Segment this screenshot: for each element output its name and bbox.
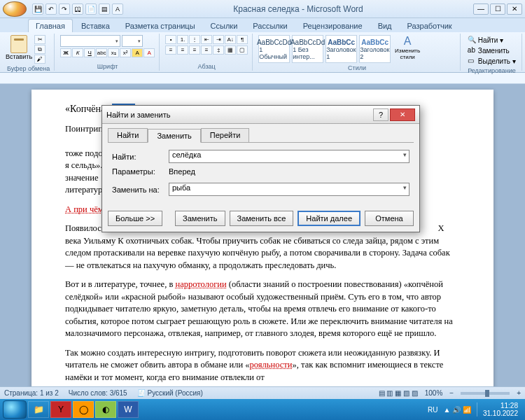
dialog-tab-goto[interactable]: Перейти (201, 128, 250, 142)
style-heading2[interactable]: AaBbCcЗаголовок 2 (359, 35, 391, 63)
change-styles-button[interactable]: A Изменить стили (393, 35, 422, 60)
office-button[interactable] (3, 1, 27, 17)
bold-button[interactable]: Ж (60, 48, 71, 57)
paste-label: Вставить (6, 53, 32, 60)
numbering-button[interactable]: 1. (177, 35, 188, 44)
window-title: Красная селедка - Microsoft Word (123, 4, 473, 14)
zoom-level[interactable]: 100% (425, 389, 443, 397)
bullets-button[interactable]: • (165, 35, 176, 44)
qat-item-4[interactable]: 🕮 (72, 4, 83, 15)
tab-references[interactable]: Ссылки (204, 20, 245, 32)
task-icon-word[interactable]: W (118, 401, 139, 418)
tray-lang[interactable]: RU (428, 406, 438, 414)
style-no-spacing[interactable]: AaBbCcDd1 Без интер... (292, 35, 323, 63)
qat-save[interactable]: 💾 (32, 4, 43, 15)
task-icon-explorer[interactable]: 📁 (28, 401, 49, 418)
indent-dec-button[interactable]: ⇤ (201, 35, 212, 44)
replace-button[interactable]: abЗаменить (466, 46, 517, 55)
params-value: Вперед (169, 167, 195, 176)
align-left-button[interactable]: ≡ (165, 46, 176, 55)
dialog-title-bar[interactable]: Найти и заменить ? ✕ (102, 106, 419, 124)
copy-button[interactable]: ⧉ (34, 45, 46, 54)
replace-all-button[interactable]: Заменить все (230, 211, 294, 226)
find-input[interactable]: селёдка (169, 150, 410, 163)
font-size-combo[interactable] (122, 35, 143, 47)
view-buttons[interactable]: ▤ ▥ ▦ ▧ ▨ (379, 389, 418, 397)
find-button[interactable]: 🔍Найти ▾ (466, 35, 517, 45)
task-icon-browser[interactable]: Y (50, 401, 71, 418)
maximize-button[interactable]: ☐ (490, 4, 505, 15)
zoom-slider[interactable] (461, 392, 510, 395)
tab-home[interactable]: Главная (28, 19, 73, 32)
minimize-button[interactable]: — (473, 4, 489, 15)
dialog-help-button[interactable]: ? (373, 108, 388, 121)
tab-page-layout[interactable]: Разметка страницы (118, 20, 202, 32)
qat-redo[interactable]: ↷ (59, 4, 70, 15)
select-button[interactable]: ▭Выделить ▾ (466, 56, 517, 66)
font-name-combo[interactable] (60, 35, 120, 47)
horizontal-ruler[interactable] (0, 73, 525, 84)
strike-button[interactable]: abc (96, 48, 107, 57)
borders-button[interactable]: ▢ (237, 46, 248, 55)
replace-input[interactable]: рыба (169, 183, 410, 196)
dialog-tab-replace[interactable]: Заменить (148, 129, 200, 143)
paste-icon (10, 35, 27, 53)
align-center-button[interactable]: ≡ (177, 46, 188, 55)
dialog-close-button[interactable]: ✕ (390, 108, 415, 121)
qat-undo[interactable]: ↶ (46, 4, 57, 15)
highlight-button[interactable]: A (132, 48, 143, 57)
align-right-button[interactable]: ≡ (189, 46, 200, 55)
group-editing: 🔍Найти ▾ abЗаменить ▭Выделить ▾ Редактир… (462, 34, 522, 71)
tab-developer[interactable]: Разработчик (400, 20, 459, 32)
italic-button[interactable]: К (72, 48, 83, 57)
tray-clock[interactable]: 11:28 31.10.2022 (483, 402, 518, 417)
dialog-tab-find[interactable]: Найти (108, 128, 148, 142)
indent-inc-button[interactable]: ⇥ (213, 35, 224, 44)
paste-button[interactable]: Вставить (7, 35, 31, 60)
style-normal[interactable]: AaBbCcDd1 Обычный (258, 35, 290, 63)
doc-paragraph-5: Так можно создать интересную интригу, по… (65, 347, 460, 384)
tab-mailings[interactable]: Рассылки (246, 20, 294, 32)
shading-button[interactable]: ▦ (225, 46, 236, 55)
qat-item-5[interactable]: 📄 (85, 4, 97, 15)
zoom-in-button[interactable]: + (517, 389, 521, 397)
group-label-paragraph: Абзац (165, 62, 248, 70)
cut-button[interactable]: ✂ (34, 35, 46, 44)
find-replace-dialog: Найти и заменить ? ✕ Найти Заменить Пере… (102, 105, 420, 232)
align-justify-button[interactable]: ≡ (201, 46, 212, 55)
format-painter-button[interactable]: 🖌 (34, 55, 46, 64)
ribbon-tabs: Главная Вставка Разметка страницы Ссылки… (0, 18, 525, 32)
task-icon-app4[interactable]: ◐ (95, 401, 116, 418)
tab-insert[interactable]: Вставка (74, 20, 117, 32)
line-spacing-button[interactable]: ‡ (213, 46, 224, 55)
sort-button[interactable]: A↓ (225, 35, 236, 44)
font-color-button[interactable]: A (144, 48, 155, 57)
status-page[interactable]: Страница: 1 из 2 (4, 389, 59, 397)
underline-button[interactable]: Ч (84, 48, 95, 57)
tab-view[interactable]: Вид (371, 20, 399, 32)
multilevel-button[interactable]: ⋮ (189, 35, 200, 44)
style-heading1[interactable]: AaBbCcЗаголовок 1 (326, 35, 357, 63)
subscript-button[interactable]: x₂ (108, 48, 119, 57)
quick-access-toolbar: 💾 ↶ ↷ 🕮 📄 ▤ A (32, 4, 123, 15)
group-font: Ж К Ч abc x₂ x² A A Шрифт (56, 34, 160, 71)
status-language[interactable]: 🧾 Русский (Россия) (137, 389, 203, 397)
task-icon-app3[interactable]: ◯ (73, 401, 94, 418)
zoom-out-button[interactable]: − (449, 389, 454, 397)
show-marks-button[interactable]: ¶ (237, 35, 248, 44)
close-window-button[interactable]: ✕ (507, 4, 522, 15)
qat-item-7[interactable]: A (112, 4, 123, 15)
tray-icons[interactable]: ▲ 🔊 📶 (443, 406, 470, 414)
start-button[interactable] (3, 400, 27, 419)
cancel-button[interactable]: Отмена (365, 211, 414, 226)
replace-one-button[interactable]: Заменить (175, 211, 225, 226)
group-label-editing: Редактирование (466, 66, 517, 74)
qat-item-6[interactable]: ▤ (99, 4, 110, 15)
more-button[interactable]: Больше >> (108, 211, 162, 226)
find-next-button[interactable]: Найти далее (298, 211, 360, 226)
tab-review[interactable]: Рецензирование (296, 20, 370, 32)
status-word-count[interactable]: Число слов: 3/615 (69, 389, 127, 397)
dialog-title: Найти и заменить (106, 111, 373, 119)
superscript-button[interactable]: x² (120, 48, 131, 57)
group-label-styles: Стили (258, 63, 456, 71)
